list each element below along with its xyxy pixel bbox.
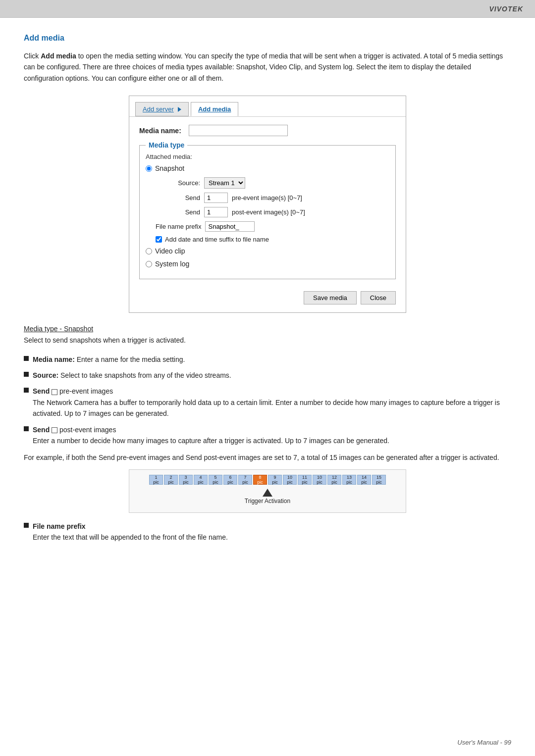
bullet-pre-event-text: Send pre-event images The Network Camera… — [33, 386, 511, 419]
media-name-label: Media name: — [139, 127, 189, 135]
datetime-suffix-label: Add date and time suffix to file name — [165, 236, 269, 243]
close-button[interactable]: Close — [361, 291, 396, 304]
pic-3: 3pic — [179, 475, 193, 485]
top-bar: VIVOTEK — [0, 0, 535, 18]
pic-13: 12pic — [327, 475, 341, 485]
pic-16: 15pic — [372, 475, 386, 485]
media-type-legend: Media type — [146, 141, 187, 149]
trigger-label: Trigger Activation — [137, 498, 398, 504]
prefix-label: File name prefix — [156, 223, 201, 230]
datetime-suffix-row: Add date and time suffix to file name — [156, 236, 389, 243]
bullet-post-event-text: Send post-event images Enter a number to… — [33, 424, 389, 447]
radio-videoclip-input[interactable] — [146, 248, 152, 254]
tab-media-label: Add media — [198, 105, 231, 113]
pic-1: 1pic — [149, 475, 163, 485]
file-prefix-title: File name prefix — [33, 522, 86, 530]
bullet-icon-5 — [24, 523, 29, 528]
tab-arrow-icon — [178, 107, 181, 112]
save-media-button[interactable]: Save media — [304, 291, 357, 304]
page-wrapper: VIVOTEK Add media Click Add media to ope… — [0, 0, 535, 756]
radio-systemlog-label: System log — [155, 260, 189, 268]
timeline-pics: 1pic 2pic 3pic 4pic 5pic 6pic 7pic 8pic … — [137, 475, 398, 485]
source-select[interactable]: Stream 1 Stream 2 — [204, 177, 245, 189]
send-post-input[interactable] — [204, 207, 228, 217]
prefix-input[interactable] — [205, 221, 255, 232]
page-footer: User's Manual - 99 — [457, 739, 511, 746]
bullet-media-name-text: Media name: Enter a name for the media s… — [33, 354, 185, 365]
trigger-arrow-icon — [263, 489, 272, 497]
datetime-suffix-checkbox[interactable] — [156, 236, 162, 243]
bullet-icon-2 — [24, 372, 29, 377]
pic-10: 10pic — [283, 475, 297, 485]
media-name-row: Media name: — [139, 125, 396, 136]
pic-15: 14pic — [357, 475, 371, 485]
bullet-icon-4 — [24, 426, 29, 431]
bullet-file-prefix: File name prefix Enter the text that wil… — [24, 521, 511, 543]
pic-8: 8pic — [253, 475, 267, 485]
pic-6: 6pic — [223, 475, 237, 485]
source-row: Source: Stream 1 Stream 2 — [156, 177, 389, 189]
prefix-row: File name prefix — [156, 221, 389, 232]
send-pre-suffix: pre-event image(s) [0~7] — [232, 194, 302, 202]
bullet-post-event: Send post-event images Enter a number to… — [24, 424, 511, 447]
bullet-pre-event: Send pre-event images The Network Camera… — [24, 386, 511, 419]
radio-videoclip: Video clip — [146, 247, 389, 255]
bullet-source: Source: Select to take snapshots from an… — [24, 370, 511, 381]
pic-2: 2pic — [164, 475, 178, 485]
dialog-body: Media name: Media type Attached media: S… — [129, 125, 406, 279]
desc-section: Media type - Snapshot Select to send sna… — [24, 325, 511, 543]
send-post-event-row: Send post-event image(s) [0~7] — [156, 207, 389, 217]
media-type-snapshot-title: Media type - Snapshot — [24, 325, 511, 333]
send-post-suffix: post-event image(s) [0~7] — [232, 208, 305, 216]
pic-4: 4pic — [194, 475, 208, 485]
pic-9: 9pic — [268, 475, 282, 485]
dialog-box: Add server Add media Media name: Media t… — [129, 96, 406, 313]
tab-server-label: Add server — [143, 105, 174, 113]
attached-media-label: Attached media: — [146, 153, 389, 160]
radio-systemlog: System log — [146, 260, 389, 268]
pic-12: 10pic — [313, 475, 326, 485]
dialog-footer: Save media Close — [129, 285, 406, 304]
pic-5: 5pic — [209, 475, 222, 485]
send-pre-input[interactable] — [204, 193, 228, 203]
pic-7: 7pic — [238, 475, 252, 485]
send-pre-event-row: Send pre-event image(s) [0~7] — [156, 193, 389, 203]
example-text: For example, if both the Send pre-event … — [24, 452, 511, 463]
file-prefix-desc: Enter the text that will be appended to … — [33, 532, 228, 543]
trigger-arrow-area — [137, 489, 398, 497]
bullets-container: Media name: Enter a name for the media s… — [24, 354, 511, 447]
send-pre-label: Send — [156, 194, 200, 202]
radio-videoclip-label: Video clip — [155, 247, 185, 255]
tab-add-media[interactable]: Add media — [191, 102, 238, 116]
bullet-file-prefix-text: File name prefix Enter the text that wil… — [33, 521, 228, 543]
tab-add-server[interactable]: Add server — [135, 102, 189, 116]
radio-snapshot-label: Snapshot — [155, 164, 184, 172]
bullet-media-name: Media name: Enter a name for the media s… — [24, 354, 511, 365]
source-label: Source: — [156, 179, 200, 187]
send-post-label: Send — [156, 208, 200, 216]
radio-snapshot-input[interactable] — [146, 165, 152, 172]
brand-name: VIVOTEK — [489, 5, 523, 13]
bullet-icon-1 — [24, 356, 29, 361]
pic-14: 13pic — [342, 475, 356, 485]
radio-systemlog-input[interactable] — [146, 261, 152, 267]
pic-11: 11pic — [298, 475, 312, 485]
dialog-tabs: Add server Add media — [129, 96, 406, 117]
content-area: Add media Click Add media to open the me… — [0, 18, 535, 563]
section-title: Add media — [24, 34, 511, 43]
page-number: User's Manual - 99 — [457, 739, 511, 746]
bullet-icon-3 — [24, 388, 29, 393]
intro-text: Click Add media to open the media settin… — [24, 50, 511, 84]
timeline-wrapper: 1pic 2pic 3pic 4pic 5pic 6pic 7pic 8pic … — [129, 469, 406, 513]
snapshot-subtitle: Select to send snapshots when a trigger … — [24, 335, 511, 346]
bullet-source-text: Source: Select to take snapshots from an… — [33, 370, 231, 381]
snapshot-form: Source: Stream 1 Stream 2 Send pre-event… — [156, 177, 389, 243]
media-type-fieldset: Media type Attached media: Snapshot Sour… — [139, 141, 396, 279]
media-name-input[interactable] — [189, 125, 288, 136]
radio-snapshot: Snapshot — [146, 164, 389, 172]
